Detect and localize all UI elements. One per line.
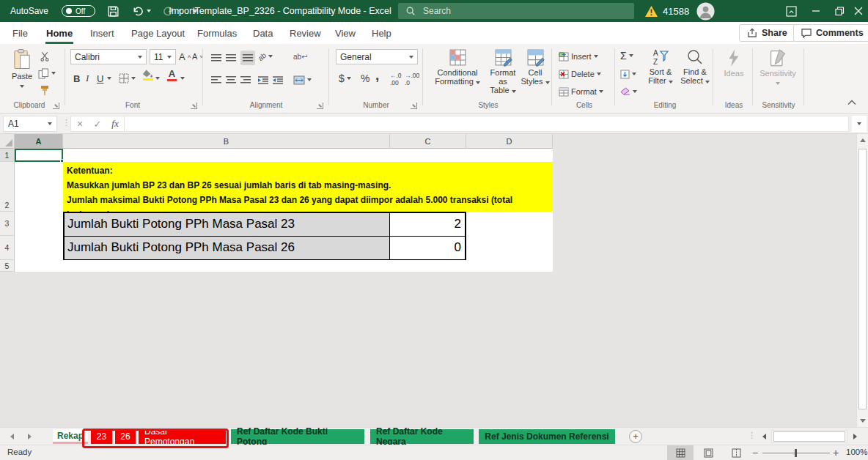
cell-b2-note[interactable]: Ketentuan: Masukkan jumlah BP 23 dan BP … [63,162,553,212]
expand-formula-bar-button[interactable] [852,116,867,132]
column-header-d[interactable]: D [466,134,553,149]
alert-indicator[interactable]: 41588 [645,0,689,22]
share-button[interactable]: Share [739,24,795,42]
tab-help[interactable]: Help [369,22,394,44]
align-right-button[interactable] [240,73,251,87]
selected-cell-a1[interactable] [15,149,63,162]
tab-view[interactable]: View [333,22,358,44]
page-break-preview-button[interactable] [723,445,749,460]
wrap-text-button[interactable]: ab↩ [293,49,308,64]
clear-button[interactable] [620,84,637,99]
fill-color-dropdown-icon[interactable] [155,71,160,86]
copy-button[interactable] [38,66,56,81]
font-dialog-launcher[interactable] [191,103,197,109]
fill-button[interactable] [620,67,636,81]
normal-view-button[interactable] [667,445,694,460]
align-center-button[interactable] [226,73,236,87]
tab-page-layout[interactable]: Page Layout [129,22,187,44]
row-header-3[interactable]: 3 [0,212,15,236]
paste-button[interactable]: Paste [6,47,38,89]
vertical-scrollbar[interactable] [856,134,868,427]
tab-insert[interactable]: Insert [88,22,117,44]
minimize-button[interactable] [805,0,827,22]
delete-cells-button[interactable]: Delete [559,67,601,81]
accounting-format-button[interactable]: $ [339,71,351,86]
italic-button[interactable]: I [86,71,89,86]
vertical-scrollbar-thumb[interactable] [858,149,867,409]
collapse-ribbon-button[interactable] [847,95,856,110]
prev-sheet-button[interactable] [4,429,19,444]
next-sheet-button[interactable] [22,429,37,444]
merge-center-button[interactable] [293,73,312,87]
number-format-select[interactable]: General [336,49,418,64]
cut-button[interactable] [40,49,50,64]
column-header-a[interactable]: A [15,134,63,149]
save-button[interactable] [107,0,119,22]
tab-home[interactable]: Home [44,22,75,44]
increase-font-size-button[interactable]: A˄ [179,49,191,64]
tab-file[interactable]: File [10,22,30,44]
format-painter-button[interactable] [40,83,51,97]
row-header-2[interactable]: 2 [0,162,15,212]
restore-button[interactable] [828,0,850,22]
sensitivity-button[interactable]: Sensitivity [757,47,799,86]
cell-b4-label[interactable]: Jumlah Bukti Potong PPh Masa Pasal 26 [65,237,390,259]
undo-dropdown-icon[interactable] [147,10,151,12]
align-left-button[interactable] [211,73,221,87]
increase-decimal-button[interactable]: ←.0.00 [390,72,402,86]
sheet-tab-ref-daftar-kode-negara[interactable]: Ref Daftar Kode Negara [370,429,474,444]
column-header-c[interactable]: C [390,134,466,149]
middle-align-button[interactable] [226,51,236,65]
percent-style-button[interactable]: % [361,71,369,86]
alignment-dialog-launcher[interactable] [317,103,323,109]
cell-c3-value[interactable]: 2 [390,213,465,236]
bold-button[interactable]: B [73,71,80,86]
decrease-font-size-button[interactable]: A˅ [192,49,203,64]
cell-c4-value[interactable]: 0 [390,237,465,259]
sheet-tab-dasar-pemotongan[interactable]: Dasar Pemotongan [139,429,226,444]
hscroll-right-button[interactable] [849,430,861,443]
close-button[interactable] [849,0,868,22]
tab-formulas[interactable]: Formulas [195,22,239,44]
select-all-corner[interactable] [0,134,15,149]
fill-color-button[interactable] [142,70,153,84]
find-select-button[interactable]: Find &Select [679,47,711,85]
row-header-4[interactable]: 4 [0,236,15,260]
underline-button[interactable]: U [97,71,103,86]
bottom-align-button[interactable] [240,51,255,65]
formula-bar-splitter[interactable]: ⋮ [62,118,70,127]
tab-data[interactable]: Data [251,22,275,44]
top-align-button[interactable] [211,51,221,65]
scroll-down-button[interactable] [857,415,868,427]
undo-button[interactable] [132,0,151,22]
sheet-tab-26[interactable]: 26 [115,429,136,444]
ribbon-display-options-button[interactable] [780,0,802,22]
column-header-b[interactable]: B [63,134,390,149]
font-color-dropdown-icon[interactable] [180,71,185,86]
tabbar-splitter[interactable]: ⋮ [748,431,756,440]
decrease-decimal-button[interactable]: →.00.0 [405,72,419,86]
row-header-5[interactable]: 5 [0,260,15,272]
ideas-button[interactable]: Ideas [718,47,749,78]
insert-cells-button[interactable]: Insert [559,49,598,64]
sort-filter-button[interactable]: AZ Sort &Filter [644,47,677,85]
account-avatar[interactable] [696,0,715,22]
insert-function-button[interactable]: fx [106,118,124,130]
formula-input[interactable] [124,116,848,131]
page-layout-view-button[interactable] [695,445,721,460]
search-bar[interactable] [398,3,634,19]
number-dialog-launcher[interactable] [411,103,417,109]
copy-dropdown-icon[interactable] [51,72,56,75]
horizontal-scrollbar-thumb[interactable] [773,431,845,442]
zoom-slider-thumb[interactable] [795,449,797,457]
cancel-entry-button[interactable]: × [71,118,89,130]
zoom-out-button[interactable]: − [752,447,758,459]
search-input[interactable] [422,5,597,17]
horizontal-scrollbar[interactable] [771,430,847,443]
scroll-up-button[interactable] [857,134,868,146]
cell-styles-button[interactable]: CellStyles [521,47,550,86]
conditional-formatting-button[interactable]: ConditionalFormatting [430,47,485,86]
font-color-button[interactable]: A [167,69,177,84]
sheet-tab-ref-daftar-kode-bukti-potong[interactable]: Ref Daftar Kode Bukti Potong [231,429,364,444]
tab-review[interactable]: Review [287,22,323,44]
